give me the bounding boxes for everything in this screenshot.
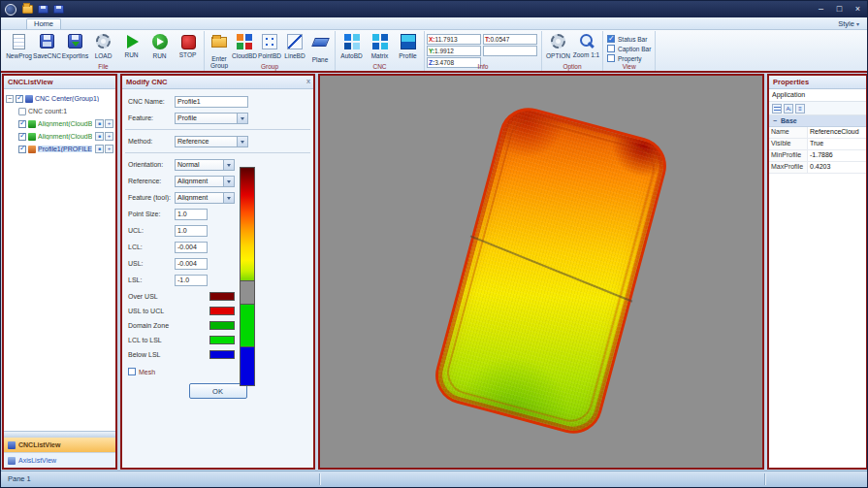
3d-viewport[interactable] <box>318 74 764 470</box>
property-row[interactable]: MaxProfile 0.4203 <box>769 162 866 174</box>
group-caption-view: View <box>603 63 655 70</box>
dock-tab-cnclistview[interactable]: CNCListView <box>4 437 115 452</box>
property-pages-icon[interactable] <box>795 104 805 114</box>
mesh-checkbox[interactable]: Mesh <box>128 368 307 375</box>
alphabetical-sort-icon[interactable] <box>784 104 793 114</box>
coord-y-field[interactable]: Y: 1.9912 <box>427 46 481 56</box>
minimize-button[interactable]: – <box>812 1 830 17</box>
caption-bar-checkbox[interactable]: Caption Bar <box>607 45 651 52</box>
run-alt-button[interactable]: RUN <box>145 32 174 66</box>
linebd-icon <box>287 34 303 49</box>
scan-point-cloud[interactable] <box>429 102 672 440</box>
profile-node-icon <box>28 146 36 153</box>
save-icon[interactable] <box>38 5 48 14</box>
tree-item-add-icon[interactable] <box>105 119 113 128</box>
tree-item-action-icon[interactable] <box>95 145 104 153</box>
tab-home[interactable]: Home <box>26 18 61 29</box>
feature-tool-select[interactable]: Alignment <box>175 192 235 204</box>
color-swatch[interactable] <box>209 307 235 315</box>
property-checkbox[interactable]: Property <box>607 54 651 62</box>
properties-caption: Properties <box>769 76 866 89</box>
cnc-name-input[interactable] <box>175 96 248 108</box>
point-size-input[interactable] <box>175 209 208 220</box>
status-bar-checkbox[interactable]: Status Bar <box>607 35 651 43</box>
method-select[interactable]: Reference <box>175 136 248 147</box>
orientation-select[interactable]: Normal <box>175 159 235 171</box>
legend-row: LCL to LSL <box>128 333 309 347</box>
enter-group-folder-icon <box>211 37 227 48</box>
property-row[interactable]: Name ReferenceCloud <box>769 127 866 139</box>
status-bar: Pane 1 <box>1 471 867 487</box>
checkbox-icon <box>607 45 615 52</box>
usl-input[interactable] <box>175 258 208 270</box>
categorized-icon[interactable] <box>772 104 782 114</box>
legend-row: USL to UCL <box>128 304 309 318</box>
feature-label: Feature: <box>128 114 175 121</box>
style-menu[interactable]: Style ▾ <box>838 18 859 29</box>
color-swatch[interactable] <box>209 350 235 359</box>
properties-panel: Properties Application Base Name Referen… <box>767 74 868 470</box>
feature-select[interactable]: Profile <box>175 113 248 124</box>
app-logo-icon <box>5 4 16 16</box>
tree-item[interactable]: CNC count:1 <box>6 105 113 117</box>
coord-x-field[interactable]: X: 11.7913 <box>427 34 481 45</box>
tree-checkbox-icon[interactable] <box>18 120 26 128</box>
tree-item[interactable]: Alignment(CloudBD) <box>6 130 113 143</box>
tree-item-add-icon[interactable] <box>105 132 113 141</box>
color-swatch[interactable] <box>209 292 235 301</box>
newprog-button[interactable]: NewProg <box>5 32 33 66</box>
tree-item-selected[interactable]: Profile1(PROFILE) <box>6 143 113 155</box>
exportins-button[interactable]: ExportIns <box>61 32 89 66</box>
stop-button[interactable]: STOP <box>174 32 202 66</box>
dock-tab-axislistview[interactable]: AxisListView <box>4 452 115 468</box>
stop-icon <box>179 33 197 50</box>
ucl-input[interactable] <box>175 225 208 237</box>
tree-checkbox-icon[interactable] <box>18 146 26 153</box>
color-swatch[interactable] <box>209 336 235 344</box>
profile-button[interactable]: Profile <box>394 32 422 66</box>
lcl-input[interactable] <box>175 242 208 253</box>
run-button[interactable]: RUN <box>117 32 145 66</box>
profile-icon <box>401 34 416 49</box>
maximize-button[interactable]: □ <box>830 1 849 17</box>
reference-label: Reference: <box>128 178 175 184</box>
autobd-button[interactable]: AutoBD <box>338 32 366 66</box>
open-file-icon[interactable] <box>22 5 33 14</box>
legend-row: Over USL <box>128 289 309 304</box>
content-area: CNCListView CNC Center(Group1) CNC count… <box>1 73 867 471</box>
reference-select[interactable]: Alignment <box>175 176 235 187</box>
save-all-icon[interactable] <box>53 5 64 14</box>
document-node-icon <box>18 108 26 115</box>
color-swatch[interactable] <box>209 321 235 330</box>
option-button[interactable]: OPTION <box>544 32 572 66</box>
matrix-button[interactable]: Matrix <box>366 32 394 66</box>
tree-checkbox-icon[interactable] <box>18 133 26 141</box>
tree-item-action-icon[interactable] <box>95 119 104 128</box>
tree-item[interactable]: Alignment(CloudBD) <box>6 117 113 130</box>
property-row[interactable]: MinProfile -1.7886 <box>769 150 866 162</box>
load-button[interactable]: LOAD <box>89 32 117 66</box>
alignment-node-icon <box>28 120 36 128</box>
zoom-button[interactable]: Zoom 1:1 <box>572 32 600 66</box>
tree-expander-icon[interactable] <box>6 95 14 103</box>
close-button[interactable]: × <box>849 1 867 17</box>
coord-t-field[interactable]: T: 0.0547 <box>483 34 537 45</box>
tree-item-action-icon[interactable] <box>95 132 104 141</box>
menubar: Home Style ▾ <box>1 17 867 30</box>
lsl-input[interactable] <box>175 275 208 286</box>
coord-empty-field[interactable] <box>483 46 537 56</box>
tree-root-item[interactable]: CNC Center(Group1) <box>6 92 113 105</box>
status-divider <box>764 473 765 485</box>
tree-checkbox-icon[interactable] <box>16 95 23 103</box>
properties-target[interactable]: Application <box>769 89 866 102</box>
panel-close-icon[interactable]: x <box>306 76 310 88</box>
style-menu-label: Style <box>838 19 854 28</box>
savecnc-button[interactable]: SaveCNC <box>33 32 61 66</box>
matrix-icon <box>372 34 388 49</box>
tree-item-add-icon[interactable] <box>105 145 113 153</box>
ok-button[interactable]: OK <box>189 383 247 399</box>
category-base[interactable]: Base <box>769 115 866 127</box>
property-row[interactable]: Visible True <box>769 139 866 150</box>
lsl-label: LSL: <box>128 277 175 283</box>
scale-gradient-segment <box>240 167 255 281</box>
